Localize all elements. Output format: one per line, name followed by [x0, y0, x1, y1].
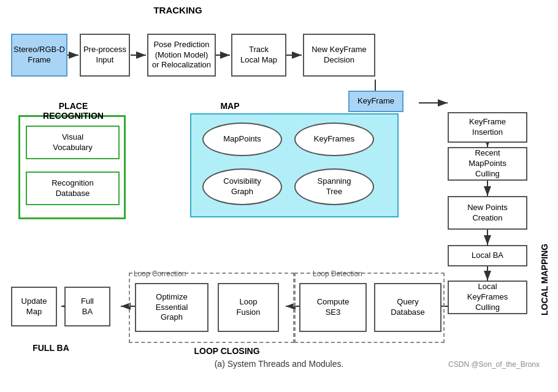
- mappoints-oval: MapPoints: [202, 123, 282, 156]
- diagram-container: TRACKING Stereo/RGB-DFrame Pre-processIn…: [0, 0, 558, 374]
- full-ba-label: FULL BA: [11, 343, 91, 353]
- local-keyframes-box: LocalKeyFramesCulling: [448, 281, 527, 314]
- compute-se3-box: ComputeSE3: [299, 283, 367, 332]
- new-points-box: New PointsCreation: [448, 196, 527, 230]
- recent-mappoints-box: RecentMapPointsCulling: [448, 147, 527, 181]
- visual-vocab-box: VisualVocabulary: [26, 126, 120, 159]
- map-label: MAP: [212, 101, 248, 111]
- loop-correction-label: Loop Correction: [134, 270, 186, 278]
- pose-prediction-box: Pose Prediction(Motion Model)or Relocali…: [147, 34, 216, 77]
- optimize-essential-box: OptimizeEssentialGraph: [135, 283, 208, 332]
- spanning-tree-oval: SpanningTree: [294, 168, 374, 205]
- covisibility-oval: CovisibilityGraph: [202, 168, 282, 205]
- keyframes-oval: KeyFrames: [294, 123, 374, 156]
- update-map-box: UpdateMap: [11, 287, 57, 326]
- keyframe-box: KeyFrame: [348, 91, 403, 112]
- loop-closing-label: LOOP CLOSING: [135, 346, 319, 356]
- keyframe-insertion-box: KeyFrameInsertion: [448, 112, 527, 143]
- stereo-box: Stereo/RGB-DFrame: [11, 34, 67, 77]
- local-mapping-label: LOCAL MAPPING: [540, 113, 549, 315]
- preprocess-box: Pre-processInput: [80, 34, 130, 77]
- loop-detection-label: Loop Detection: [313, 270, 362, 278]
- recog-db-box: RecognitionDatabase: [26, 172, 120, 205]
- local-ba-box: Local BA: [448, 245, 527, 266]
- track-local-map-box: TrackLocal Map: [231, 34, 286, 77]
- loop-fusion-box: LoopFusion: [218, 283, 279, 332]
- full-ba-box: FullBA: [64, 287, 110, 326]
- place-recognition-label: PLACERECOGNITION: [20, 101, 127, 121]
- query-database-box: QueryDatabase: [374, 283, 441, 332]
- tracking-label: TRACKING: [117, 5, 239, 15]
- new-keyframe-box: New KeyFrameDecision: [303, 34, 375, 77]
- csdn-label: CSDN @Son_of_the_Bronx: [448, 360, 540, 369]
